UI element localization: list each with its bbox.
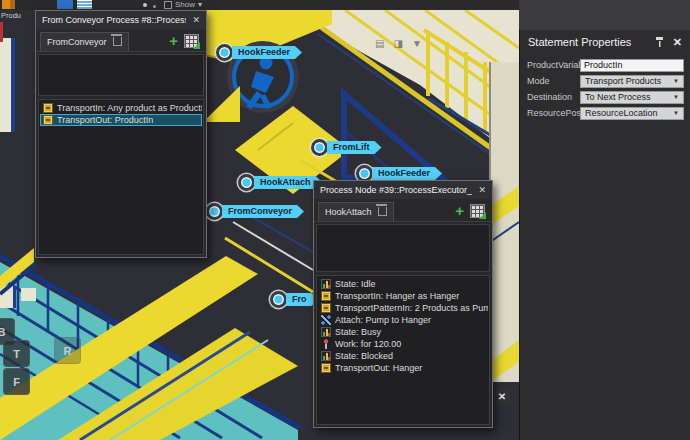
dialog-from-conveyor: From Conveyor Process #8::ProcessExecuto… <box>35 10 207 258</box>
statement-row[interactable]: TransportIn: Hanger as Hanger <box>318 290 488 302</box>
transport-in-icon <box>43 103 53 113</box>
camera-icon[interactable]: ◨ <box>393 39 402 49</box>
viewport-close-button[interactable]: ✕ <box>494 388 510 404</box>
node-label-fromconveyor[interactable]: FromConveyor <box>206 203 304 220</box>
statement-text: TransportIn: Hanger as Hanger <box>335 291 459 301</box>
statement-list: State: Idle TransportIn: Hanger as Hange… <box>316 275 490 425</box>
property-row-mode: Mode Transport Products ▼ <box>520 74 690 88</box>
gizmo-tile-front[interactable]: F <box>3 368 30 395</box>
statement-grid-icon[interactable] <box>470 204 485 218</box>
statement-grid-icon[interactable] <box>184 34 199 48</box>
toolbar-dot-icon[interactable] <box>153 5 156 8</box>
show-dropdown-button[interactable]: Show ▾ <box>164 0 202 10</box>
work-icon <box>321 339 331 349</box>
destination-dropdown[interactable]: To Next Process ▼ <box>580 91 684 104</box>
statement-text: Attach: Pump to Hanger <box>335 315 431 325</box>
statement-row-selected[interactable]: TransportOut: ProductIn <box>40 114 202 126</box>
toolbar-dot-icon[interactable] <box>143 3 147 7</box>
state-chart-icon <box>321 279 331 289</box>
dialog-body: TransportIn: Any product as ProductIn Tr… <box>36 52 206 257</box>
gizmo-tile-top[interactable]: T <box>3 340 30 367</box>
close-icon[interactable]: ✕ <box>673 36 682 49</box>
node-label-hookfeeder-1[interactable]: HookFeeder <box>216 44 302 61</box>
resourceposition-dropdown[interactable]: ResourceLocation ▼ <box>580 107 684 120</box>
add-statement-button[interactable]: + <box>163 34 184 48</box>
productvariable-field[interactable] <box>580 59 684 72</box>
property-label: Destination <box>527 92 580 102</box>
view-mode-icon[interactable]: ▤ <box>375 39 384 49</box>
statement-row[interactable]: State: Busy <box>318 326 488 338</box>
mode-dropdown[interactable]: Transport Products ▼ <box>580 75 684 88</box>
dialog-title-bar[interactable]: Process Node #39::ProcessExecutor__HIDE_… <box>314 181 492 199</box>
show-icon <box>164 1 172 9</box>
toolbar-copy-icon[interactable] <box>77 0 92 9</box>
statement-list: TransportIn: Any product as ProductIn Tr… <box>38 99 204 255</box>
statement-row[interactable]: TransportIn: Any product as ProductIn <box>40 102 202 114</box>
tab-label: FromConveyor <box>47 37 107 47</box>
statement-row[interactable]: TransportPatternIn: 2 Products as Pump <box>318 302 488 314</box>
dropdown-value: Transport Products <box>585 76 661 86</box>
statement-properties-panel: Statement Properties ✕ ProductVariabl...… <box>519 30 690 440</box>
attach-icon <box>321 315 331 325</box>
node-label-partial[interactable]: Fro <box>270 291 319 308</box>
dialog-title-bar[interactable]: From Conveyor Process #8::ProcessExecuto… <box>36 11 206 29</box>
gizmo-tile-right[interactable]: R <box>54 337 81 364</box>
statement-text: State: Idle <box>335 279 376 289</box>
trash-icon[interactable] <box>378 207 387 216</box>
statement-flow-area <box>316 224 490 272</box>
top-right-area <box>519 0 690 30</box>
statement-text: TransportOut: Hanger <box>335 363 422 373</box>
node-dot-icon <box>216 44 233 61</box>
transport-pattern-icon <box>321 303 331 313</box>
statement-text: State: Blocked <box>335 351 393 361</box>
panel-title-bar[interactable]: Statement Properties ✕ <box>520 30 690 52</box>
node-label-text: HookFeeder <box>372 167 442 180</box>
state-chart-icon <box>321 327 331 337</box>
viewport-floating-toolbar: ▤ ◨ ▼ <box>375 39 422 49</box>
chevron-down-icon: ▼ <box>673 110 679 116</box>
node-label-text: HookFeeder <box>232 46 302 59</box>
app-menu-icon[interactable] <box>2 0 15 9</box>
statement-text: TransportIn: Any product as ProductIn <box>57 103 202 113</box>
tab-fromconveyor[interactable]: FromConveyor <box>40 32 129 51</box>
close-icon[interactable]: ✕ <box>186 15 200 25</box>
add-statement-button[interactable]: + <box>449 204 470 218</box>
node-dot-icon <box>311 139 328 156</box>
main-toolbar: Show ▾ <box>0 0 519 10</box>
node-dot-icon <box>206 203 223 220</box>
view-angle-icon[interactable]: ▼ <box>412 39 422 49</box>
statement-row[interactable]: TransportOut: Hanger <box>318 362 488 374</box>
toolbar-blue-icon[interactable] <box>57 0 73 9</box>
tab-hookattach[interactable]: HookAttach <box>318 202 394 221</box>
dropdown-value: ResourceLocation <box>585 108 658 118</box>
tab-label: HookAttach <box>325 207 372 217</box>
property-rows: ProductVariabl... Mode Transport Product… <box>520 58 690 120</box>
statement-row[interactable]: State: Blocked <box>318 350 488 362</box>
statement-flow-area <box>38 54 204 96</box>
node-label-hookattach[interactable]: HookAttach <box>238 174 323 191</box>
property-label: ProductVariabl... <box>527 60 580 70</box>
transport-out-icon <box>321 363 331 373</box>
node-dot-icon <box>238 174 255 191</box>
close-icon[interactable]: ✕ <box>472 185 486 195</box>
node-label-text: FromLift <box>327 141 382 154</box>
property-label: ResourcePositi... <box>527 108 580 118</box>
statement-row[interactable]: Attach: Pump to Hanger <box>318 314 488 326</box>
scene-left-edge <box>0 22 15 132</box>
pin-icon[interactable] <box>655 37 664 47</box>
statement-row[interactable]: Work: for 120.00 <box>318 338 488 350</box>
statement-row[interactable]: State: Idle <box>318 278 488 290</box>
dialog-title: Process Node #39::ProcessExecutor__HIDE_… <box>320 185 472 195</box>
app-window: 00 ▤ ◨ ▼ HookFeeder FromLift HookFeeder … <box>0 0 690 440</box>
trash-icon[interactable] <box>113 37 122 46</box>
property-row-productvariable: ProductVariabl... <box>520 58 690 72</box>
property-label: Mode <box>527 76 580 86</box>
show-label: Show <box>175 0 195 9</box>
panel-title: Statement Properties <box>528 36 655 48</box>
dialog-tab-row: HookAttach + <box>314 199 492 222</box>
statement-text: Work: for 120.00 <box>335 339 401 349</box>
node-label-fromlift[interactable]: FromLift <box>311 139 382 156</box>
property-row-destination: Destination To Next Process ▼ <box>520 90 690 104</box>
dropdown-value: To Next Process <box>585 92 651 102</box>
node-label-text: FromConveyor <box>222 205 304 218</box>
